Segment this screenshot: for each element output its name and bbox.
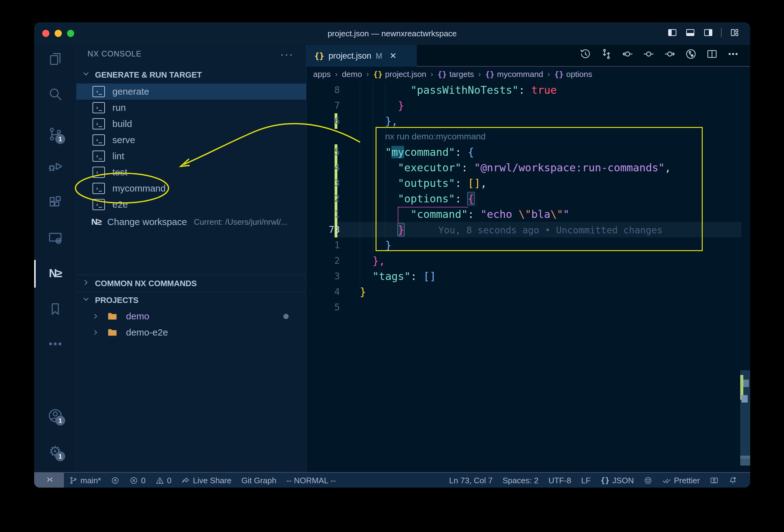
bell-icon	[728, 476, 737, 485]
sidebar-item-change-workspace[interactable]: N≥Change workspaceCurrent: /Users/juri/n…	[76, 214, 306, 230]
terminal-icon: ›_	[92, 199, 105, 210]
chevron-right-icon	[91, 328, 100, 337]
nx-logo-icon: N≥	[49, 267, 61, 280]
navigate-forward-icon[interactable]	[664, 48, 676, 60]
breadcrumb-item-demo[interactable]: demo	[342, 69, 362, 79]
status-item-git-branch[interactable]: main*	[64, 473, 106, 487]
split-editor-icon[interactable]	[706, 48, 718, 60]
section-common-nx-commands[interactable]: COMMON NX COMMANDS	[76, 275, 306, 291]
remote-indicator[interactable]	[34, 473, 64, 487]
files-icon	[47, 51, 63, 67]
folder-icon	[107, 327, 118, 338]
section-generate-run-target[interactable]: GENERATE & RUN TARGET	[76, 67, 306, 83]
layout-customize-icon[interactable]	[729, 27, 739, 38]
breadcrumb-separator: ›	[366, 70, 369, 79]
activity-item-run-and-debug[interactable]	[34, 152, 76, 180]
section-projects[interactable]: PROJECTS	[76, 292, 306, 308]
more-actions-icon[interactable]	[727, 48, 739, 60]
activity-item-accounts[interactable]: 1	[34, 401, 76, 430]
sidebar-item-build[interactable]: ›_build	[76, 116, 306, 132]
navigate-position-icon[interactable]	[643, 48, 654, 60]
chevron-down-icon	[81, 295, 91, 306]
sidebar-item-e2e[interactable]: ›_e2e	[76, 196, 306, 213]
search-icon	[47, 86, 63, 102]
breadcrumb-separator: ›	[335, 70, 337, 79]
status-label: -- NORMAL --	[286, 476, 336, 485]
target-label: lint	[112, 151, 124, 161]
line-number: 4	[306, 284, 340, 300]
status-item-screencast[interactable]	[705, 473, 724, 487]
status-item-indentation[interactable]: Spaces: 2	[498, 473, 543, 487]
activity-item-remote-explorer[interactable]	[34, 224, 76, 253]
code-text: "tags": []	[360, 269, 436, 284]
tabbar-underline	[417, 66, 750, 67]
breadcrumb-item-targets[interactable]: {}targets	[438, 69, 474, 79]
activity-item-settings[interactable]: ⚙1	[34, 437, 76, 466]
activity-item-search[interactable]	[34, 80, 76, 108]
navigate-back-icon[interactable]	[622, 48, 634, 60]
chevron-right-icon	[81, 278, 91, 289]
status-item-eol[interactable]: LF	[576, 473, 596, 487]
status-item-live-share[interactable]: Live Share	[176, 473, 236, 487]
line-number: 5	[306, 144, 340, 160]
status-item-vim-mode[interactable]: -- NORMAL --	[281, 473, 340, 487]
terminal-icon: ›_	[92, 183, 105, 194]
breadcrumb-item-options[interactable]: {}options	[554, 69, 592, 79]
status-item-language-mode[interactable]: {}JSON	[596, 473, 639, 487]
activity-item-nx-console[interactable]: N≥	[34, 259, 76, 288]
code-line: 2 },	[306, 253, 750, 269]
activity-item-source-control[interactable]: 1	[34, 120, 76, 148]
layout-sidebar-right-icon[interactable]	[703, 27, 713, 38]
breadcrumb-item-project.json[interactable]: {}project.json	[373, 69, 426, 79]
nx-logo-small-icon: N≥	[91, 217, 101, 227]
history-icon[interactable]	[580, 48, 591, 60]
project-item-demo-e2e[interactable]: demo-e2e	[76, 324, 306, 340]
code-editor[interactable]: 8 "passWithNoTests": true7 }6 },nx run d…	[306, 82, 750, 472]
sidebar-item-lint[interactable]: ›_lint	[76, 148, 306, 164]
sidebar-item-mycommand[interactable]: ›_mycommand	[76, 180, 306, 196]
braces-icon: {}	[600, 476, 610, 485]
status-item-problems-errors[interactable]: 0	[124, 473, 150, 487]
activity-item-more-views[interactable]	[34, 330, 76, 358]
tab-project-json[interactable]: {} project.json M ✕	[306, 45, 417, 67]
workbench-body: 1N≥1⚙1 NX CONSOLE ··· GENERATE & RUN TAR…	[34, 45, 750, 472]
activity-item-explorer[interactable]	[34, 45, 76, 73]
breadcrumb-item-mycommand[interactable]: {}mycommand	[485, 69, 543, 79]
layout-sidebar-left-icon[interactable]	[667, 27, 677, 38]
status-item-feedback[interactable]	[639, 473, 657, 487]
activity-item-bookmarks[interactable]	[34, 295, 76, 323]
status-item-git-graph[interactable]: Git Graph	[236, 473, 281, 487]
status-item-cursor-position[interactable]: Ln 73, Col 7	[444, 473, 498, 487]
line-number: 2	[306, 253, 340, 269]
status-item-encoding[interactable]: UTF-8	[543, 473, 576, 487]
line-number: 8	[306, 82, 340, 98]
project-item-demo[interactable]: demo	[76, 308, 306, 324]
sidebar-item-generate[interactable]: ›_generate	[76, 83, 306, 100]
remote-icon	[45, 475, 54, 486]
annotation-box	[375, 127, 703, 251]
sidebar-item-test[interactable]: ›_test	[76, 164, 306, 180]
git-graph-circle-icon[interactable]	[685, 48, 697, 60]
status-label: JSON	[612, 476, 634, 485]
workspace-path: Current: /Users/juri/nrwl/...	[194, 217, 287, 227]
sidebar-more-actions-icon[interactable]: ···	[280, 48, 293, 60]
json-file-icon: {}	[314, 51, 324, 60]
compare-changes-icon[interactable]	[600, 48, 612, 60]
layout-panel-icon[interactable]	[685, 27, 696, 38]
breadcrumb-item-apps[interactable]: apps	[313, 69, 331, 79]
line-number: 2	[306, 191, 340, 206]
status-item-notifications[interactable]	[724, 473, 742, 487]
status-item-sync-changes[interactable]	[106, 473, 124, 487]
overview-mark	[741, 395, 748, 402]
breadcrumb: apps›demo›{}project.json›{}targets›{}myc…	[306, 67, 750, 82]
code-text: }	[360, 284, 366, 300]
status-item-formatter[interactable]: Prettier	[657, 473, 705, 487]
badge: 1	[55, 451, 65, 461]
chevron-down-icon	[81, 69, 91, 81]
sidebar-item-run[interactable]: ›_run	[76, 100, 306, 116]
tab-close-icon[interactable]: ✕	[390, 51, 397, 61]
status-item-problems-warnings[interactable]: 0	[150, 473, 176, 487]
sidebar-item-serve[interactable]: ›_serve	[76, 132, 306, 148]
title-bar: project.json — newnxreactwrkspace	[34, 22, 750, 45]
activity-item-extensions[interactable]	[34, 188, 76, 217]
